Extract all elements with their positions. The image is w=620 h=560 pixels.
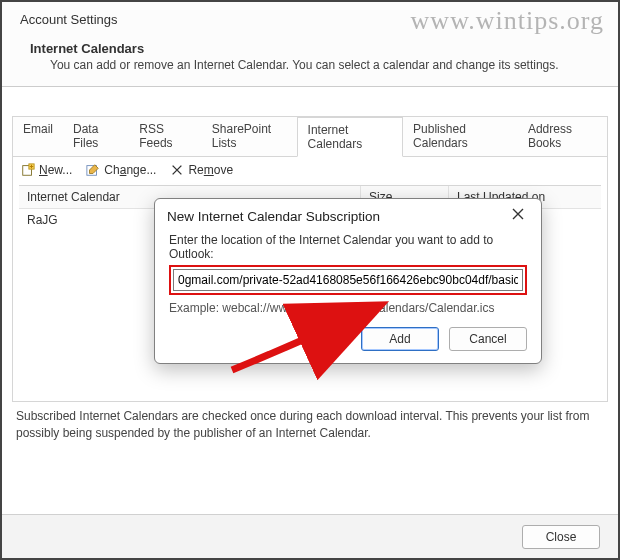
info-text: Subscribed Internet Calendars are checke… <box>12 402 608 442</box>
toolbar: NNew...ew... Change...Change... RemoveRe… <box>13 157 607 183</box>
new-calendar-dialog: New Internet Calendar Subscription Enter… <box>154 198 542 364</box>
change-button[interactable]: Change...Change... <box>86 163 156 177</box>
tab-email[interactable]: Email <box>13 117 63 156</box>
tab-published-calendars[interactable]: Published Calendars <box>403 117 518 156</box>
window-title: Account Settings <box>20 12 600 27</box>
header-block: Account Settings Internet Calendars You … <box>2 2 618 87</box>
tab-rss-feeds[interactable]: RSS Feeds <box>129 117 202 156</box>
section-title: Internet Calendars <box>30 41 600 56</box>
tab-address-books[interactable]: Address Books <box>518 117 607 156</box>
dialog-example: Example: webcal://www.example.com/calend… <box>169 301 527 315</box>
footer-bar: Close <box>2 514 618 558</box>
change-icon <box>86 163 100 177</box>
change-label: Change...Change... <box>104 163 156 177</box>
dialog-label: Enter the location of the Internet Calen… <box>169 233 527 261</box>
remove-icon <box>170 163 184 177</box>
new-button[interactable]: NNew...ew... <box>21 163 72 177</box>
tab-data-files[interactable]: Data Files <box>63 117 129 156</box>
dialog-title: New Internet Calendar Subscription <box>167 209 380 224</box>
new-label: NNew...ew... <box>39 163 72 177</box>
close-icon[interactable] <box>507 207 529 225</box>
calendar-url-input[interactable] <box>173 269 523 291</box>
tab-internet-calendars[interactable]: Internet Calendars <box>297 117 404 157</box>
close-button[interactable]: Close <box>522 525 600 549</box>
tab-sharepoint-lists[interactable]: SharePoint Lists <box>202 117 297 156</box>
remove-button[interactable]: RemoveRemove <box>170 163 233 177</box>
input-highlight <box>169 265 527 295</box>
cancel-button[interactable]: Cancel <box>449 327 527 351</box>
new-icon <box>21 163 35 177</box>
add-button[interactable]: Add <box>361 327 439 351</box>
remove-label: RemoveRemove <box>188 163 233 177</box>
section-description: You can add or remove an Internet Calend… <box>50 58 600 72</box>
settings-tabs: Email Data Files RSS Feeds SharePoint Li… <box>13 117 607 157</box>
